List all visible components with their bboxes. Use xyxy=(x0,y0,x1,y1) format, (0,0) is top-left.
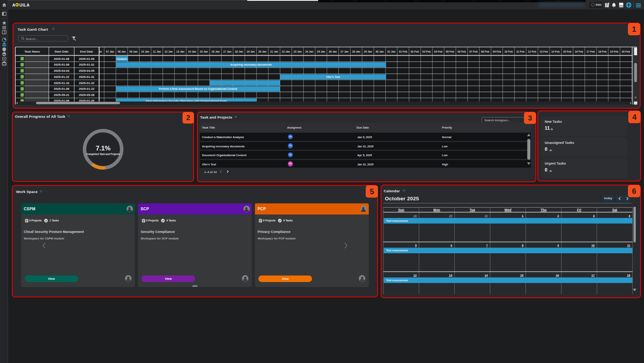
svg-text:12 Feb: 12 Feb xyxy=(528,50,536,53)
svg-text:Test reoccurence: Test reoccurence xyxy=(386,219,408,222)
svg-text:Sat: Sat xyxy=(612,208,617,212)
svg-text:2025-01-08: 2025-01-08 xyxy=(54,57,69,61)
svg-text:10 Jan: 10 Jan xyxy=(141,50,149,53)
svg-text:12: 12 xyxy=(413,274,416,277)
svg-text:20 Feb: 20 Feb xyxy=(622,50,630,53)
svg-text:17 Feb: 17 Feb xyxy=(586,50,595,53)
svg-text:7.1%: 7.1% xyxy=(96,145,111,152)
svg-text:10: 10 xyxy=(591,244,595,247)
svg-text:Completed Task and Projects: Completed Task and Projects xyxy=(86,153,120,156)
svg-text:2025-01-09: 2025-01-09 xyxy=(79,57,95,61)
svg-text:19 Jan: 19 Jan xyxy=(246,50,255,53)
svg-text:27 Jan: 27 Jan xyxy=(340,50,348,53)
svg-text:Mon: Mon xyxy=(434,208,440,212)
svg-text:13 Jan: 13 Jan xyxy=(176,50,184,53)
svg-text:11 Jan: 11 Jan xyxy=(153,50,161,53)
svg-text:Test reoccurence: Test reoccurence xyxy=(386,249,408,252)
svg-text:11 Feb: 11 Feb xyxy=(516,50,524,53)
svg-text:03 Feb: 03 Feb xyxy=(422,50,431,53)
svg-text:2025-01-22: 2025-01-22 xyxy=(79,87,95,91)
svg-text:25 Jan: 25 Jan xyxy=(317,50,325,53)
svg-text:18: 18 xyxy=(627,274,630,277)
svg-text:26 Jan: 26 Jan xyxy=(329,50,337,53)
svg-text:2025-01-31: 2025-01-31 xyxy=(79,75,95,79)
svg-text:17: 17 xyxy=(591,274,595,277)
svg-text:13 Feb: 13 Feb xyxy=(540,50,548,53)
svg-text:23 Jan: 23 Jan xyxy=(294,50,302,53)
svg-text:07 Jan: 07 Jan xyxy=(106,50,114,53)
svg-text:15: 15 xyxy=(520,274,524,277)
svg-text:08 Feb: 08 Feb xyxy=(481,50,490,53)
svg-text:2025-01-08: 2025-01-08 xyxy=(54,63,69,66)
svg-text:20 Jan: 20 Jan xyxy=(258,50,266,53)
svg-text:2025-05-28: 2025-05-28 xyxy=(79,93,95,97)
svg-text:16 Jan: 16 Jan xyxy=(212,50,220,53)
svg-text:2025-01-22: 2025-01-22 xyxy=(54,75,69,79)
svg-text:28 Jan: 28 Jan xyxy=(352,50,360,53)
svg-text:2: 2 xyxy=(557,214,559,218)
svg-text:14: 14 xyxy=(485,274,488,277)
svg-text:Acquiring necessary documents: Acquiring necessary documents xyxy=(230,63,272,66)
svg-text:7: 7 xyxy=(486,244,488,247)
svg-text:06 Feb: 06 Feb xyxy=(458,50,466,53)
svg-text:19 Feb: 19 Feb xyxy=(610,50,618,53)
svg-text:29 Jan: 29 Jan xyxy=(364,50,372,53)
svg-text:Start Date: Start Date xyxy=(54,50,69,53)
svg-text:16 Feb: 16 Feb xyxy=(575,50,583,53)
svg-text:Thu: Thu xyxy=(540,208,547,212)
svg-text:15 Jan: 15 Jan xyxy=(200,50,208,53)
svg-text:11: 11 xyxy=(627,244,631,247)
svg-text:22 Jan: 22 Jan xyxy=(282,50,290,53)
svg-text:2025-01-16: 2025-01-16 xyxy=(54,81,69,85)
svg-text:Test reoccurence: Test reoccurence xyxy=(386,279,408,282)
svg-text:9: 9 xyxy=(557,244,559,247)
svg-text:02 Feb: 02 Feb xyxy=(411,50,419,53)
svg-text:09 Jan: 09 Jan xyxy=(130,50,138,53)
svg-text:08 Jan: 08 Jan xyxy=(118,50,126,53)
svg-text:End Date: End Date xyxy=(80,50,93,53)
svg-text:05 Feb: 05 Feb xyxy=(446,50,454,53)
svg-text:2025-01-22: 2025-01-22 xyxy=(79,81,95,85)
svg-text:01 Feb: 01 Feb xyxy=(399,50,407,53)
svg-text:Conduct a: Conduct a xyxy=(117,58,129,60)
svg-text:Perform a Risk Assessment Base: Perform a Risk Assessment Based on Organ… xyxy=(159,87,237,91)
svg-text:18 Jan: 18 Jan xyxy=(235,50,243,53)
svg-text:2025-05-21: 2025-05-21 xyxy=(54,93,69,97)
svg-text:12 Jan: 12 Jan xyxy=(164,50,172,53)
svg-text:30 Jan: 30 Jan xyxy=(376,50,384,53)
svg-text:28: 28 xyxy=(413,214,416,218)
svg-text:16: 16 xyxy=(556,274,559,277)
svg-text:2025-01-08: 2025-01-08 xyxy=(54,87,69,91)
svg-text:2025-04-03: 2025-04-03 xyxy=(54,69,69,73)
svg-text:Fri: Fri xyxy=(577,208,581,212)
svg-text:15 Feb: 15 Feb xyxy=(563,50,572,53)
svg-text:21 Jan: 21 Jan xyxy=(270,50,278,53)
svg-text:04 Feb: 04 Feb xyxy=(434,50,442,53)
svg-text:10 Feb: 10 Feb xyxy=(504,50,513,53)
svg-text:17 Jan: 17 Jan xyxy=(223,50,231,53)
svg-text:Ofer's Test: Ofer's Test xyxy=(326,76,340,78)
svg-text:29: 29 xyxy=(449,214,452,218)
svg-text:18 Feb: 18 Feb xyxy=(598,50,607,53)
svg-text:Task Name: Task Name xyxy=(25,50,40,53)
svg-text:Wed: Wed xyxy=(504,208,511,212)
svg-text:13: 13 xyxy=(449,274,452,277)
svg-text:2025-04-05: 2025-04-05 xyxy=(79,69,95,73)
svg-text:8: 8 xyxy=(522,244,523,247)
svg-text:Sun: Sun xyxy=(398,208,404,212)
svg-text:31 Jan: 31 Jan xyxy=(387,50,395,53)
svg-text:3: 3 xyxy=(593,214,595,218)
svg-text:30: 30 xyxy=(485,214,488,218)
svg-text:24 Jan: 24 Jan xyxy=(305,50,313,53)
svg-text:2025-01-31: 2025-01-31 xyxy=(79,63,95,66)
svg-text:07 Feb: 07 Feb xyxy=(469,50,478,53)
svg-text:14 Jan: 14 Jan xyxy=(188,50,196,53)
svg-text:Tue: Tue xyxy=(470,208,475,212)
svg-text:09 Feb: 09 Feb xyxy=(493,50,501,53)
svg-text:6: 6 xyxy=(450,244,452,247)
svg-text:14 Feb: 14 Feb xyxy=(551,50,560,53)
